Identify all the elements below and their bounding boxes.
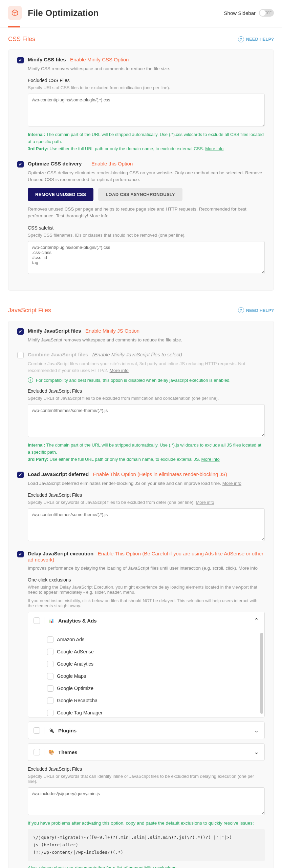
item-label: Amazon Ads [57,637,84,642]
defer-excl-textarea[interactable]: /wp-content/themes/some-theme/(.*).js [28,508,265,541]
more-info-link[interactable]: More info [239,566,258,571]
optimize-css-option: Optimize CSS delivery Enable this Option… [17,161,265,275]
item-checkbox[interactable] [47,649,53,655]
exclusion-group-header[interactable]: 🔌 Plugins ⌄ [28,722,264,739]
minify-js-option: Minify JavaScript files Enable Minify JS… [17,328,265,343]
delay-js-checkbox[interactable] [17,551,24,557]
css-safelist-title: CSS safelist [28,225,265,231]
minify-js-checkbox[interactable] [17,328,24,335]
optimize-css-desc: Optimize CSS delivery eliminates render-… [28,170,265,183]
minify-js-hint: Enable Minify JS Option [85,328,139,334]
load-css-async-button[interactable]: LOAD CSS ASYNCHRONOUSLY [98,188,182,201]
exclusion-group-plugins: 🔌 Plugins ⌄ [28,722,265,739]
page-header: File Optimization Show Sidebar OFF [0,0,282,26]
exclusion-group-header[interactable]: 📊 Analytics & Ads ⌃ [28,612,264,629]
chevron-down-icon: ⌄ [254,748,259,756]
excluded-css-desc: Specify URLs of CSS files to be excluded… [28,85,265,90]
css-section: CSS Files ? NEED HELP? Minify CSS files … [0,27,282,299]
group-title: Analytics & Ads [58,618,250,624]
toggle-knob [260,10,266,16]
combine-js-checkbox[interactable] [17,352,24,358]
excluded-js-textarea[interactable]: /wp-content/themes/some-theme/(.*).js [28,404,265,437]
chevron-up-icon: ⌃ [254,617,259,624]
excluded-css-note: Internal: The domain part of the URL wil… [28,131,265,152]
more-info-link[interactable]: More info [110,368,129,373]
item-label: Google Analytics [57,661,93,667]
css-safelist-block: CSS safelist Specify CSS filenames, IDs … [28,225,265,275]
scrollbar[interactable] [260,633,263,714]
css-safelist-textarea[interactable]: /wp-content/plugins/some-plugin/(.*).css… [28,241,265,274]
css-panel: Minify CSS files Enable Minify CSS Optio… [8,50,274,291]
optimize-css-checkbox[interactable] [17,161,24,167]
more-info-link[interactable]: More info [196,500,214,505]
js-section-title: JavaScript Files [8,307,51,314]
logo-icon [8,6,22,20]
minify-css-option: Minify CSS files Enable Minify CSS Optio… [17,57,265,153]
more-info-link[interactable]: More info [205,146,223,151]
help-icon: ? [238,36,244,42]
combine-js-info: i For compatibility and best results, th… [28,377,265,383]
combine-js-option: Combine JavaScript files (Enable Minify … [17,352,265,463]
more-info-link[interactable]: More info [89,213,108,218]
exclusion-group-analytics: 📊 Analytics & Ads ⌃ Amazon AdsGoogle AdS… [28,612,265,717]
item-checkbox[interactable] [47,697,53,704]
group-title: Plugins [58,728,250,733]
minify-js-desc: Minify JavaScript removes whitespace and… [28,337,265,343]
excluded-css-textarea[interactable]: /wp-content/plugins/some-plugin/(.*).css [28,94,265,126]
exclusion-group-header[interactable]: 🎨 Themes ⌄ [28,744,264,761]
toggle-switch[interactable]: OFF [259,9,274,17]
exclusion-item[interactable]: Google Analytics [47,658,264,670]
delay-js-option: Delay JavaScript execution Enable This O… [17,551,265,868]
minify-js-label: Minify JavaScript files [28,328,81,334]
more-info-link[interactable]: More info [201,457,220,462]
excluded-js-desc: Specify URLs of JavaScript files to be e… [28,396,265,401]
exclusion-item[interactable]: Google AdSense [47,646,264,658]
item-label: Google Tag Manager [57,710,103,715]
documentation-note: Also, please check our documentation for… [28,865,265,868]
group-checkbox[interactable] [34,749,40,755]
oneclick-title: One-click exclusions [28,577,265,583]
group-checkbox[interactable] [34,727,40,734]
exclusion-group-themes: 🎨 Themes ⌄ [28,743,265,761]
defer-js-checkbox[interactable] [17,472,24,478]
js-panel: Minify JavaScript files Enable Minify JS… [8,321,274,868]
exclusion-item[interactable]: Google Maps [47,670,264,682]
themes-icon: 🎨 [48,749,54,755]
exclusion-item[interactable]: Google Tag Manager [47,707,264,717]
item-checkbox[interactable] [47,661,53,667]
exclusion-item[interactable]: Amazon Ads [47,633,264,646]
css-section-title: CSS Files [8,36,35,43]
defer-js-desc: Load JavaScript deferred eliminates rend… [28,480,265,487]
group-checkbox[interactable] [34,617,40,624]
defer-excl-title: Excluded JavaScript Files [28,492,265,498]
delay-excl-textarea[interactable]: /wp-includes/js/jquery/jquery.min.js [28,787,265,815]
item-checkbox[interactable] [47,685,53,692]
chevron-down-icon: ⌄ [254,727,259,734]
exclusion-item[interactable]: Google Recaptcha [47,694,264,707]
minify-css-checkbox[interactable] [17,57,24,63]
oneclick-block: One-click exclusions When using the Dela… [28,577,265,761]
analytics-icon: 📊 [48,618,54,623]
item-checkbox[interactable] [47,673,53,679]
defer-js-hint: Enable This Option (Helps in eliminates … [93,471,227,477]
item-checkbox[interactable] [47,636,53,643]
need-help-label: NEED HELP? [246,308,274,313]
documentation-link[interactable]: documentation [75,865,105,868]
remove-unused-css-button[interactable]: REMOVE UNUSED CSS [28,188,93,201]
exclusion-item[interactable]: Google Optimize [47,682,264,694]
optimize-css-hint: Enable this Option [91,161,133,166]
excluded-js-note: Internal: The domain part of the URL wil… [28,442,265,463]
optimize-css-label: Optimize CSS delivery [28,161,82,166]
combine-js-desc: Combine JavaScript files combines your s… [28,360,265,374]
need-help-link[interactable]: ? NEED HELP? [238,36,274,42]
item-checkbox[interactable] [47,710,53,716]
defer-js-option: Load JavaScript deferred Enable This Opt… [17,471,265,542]
minify-css-desc: Minify CSS removes whitespace and commen… [28,65,265,72]
need-help-link[interactable]: ? NEED HELP? [238,307,274,313]
more-info-link[interactable]: More info [222,481,241,486]
defer-excl-block: Excluded JavaScript Files Specify URLs o… [28,492,265,542]
problems-note: If you have problems after activating th… [28,821,265,826]
css-safelist-desc: Specify CSS filenames, IDs or classes th… [28,233,265,238]
toggle-state-label: OFF [265,11,272,15]
show-sidebar-toggle[interactable]: Show Sidebar OFF [224,9,274,17]
